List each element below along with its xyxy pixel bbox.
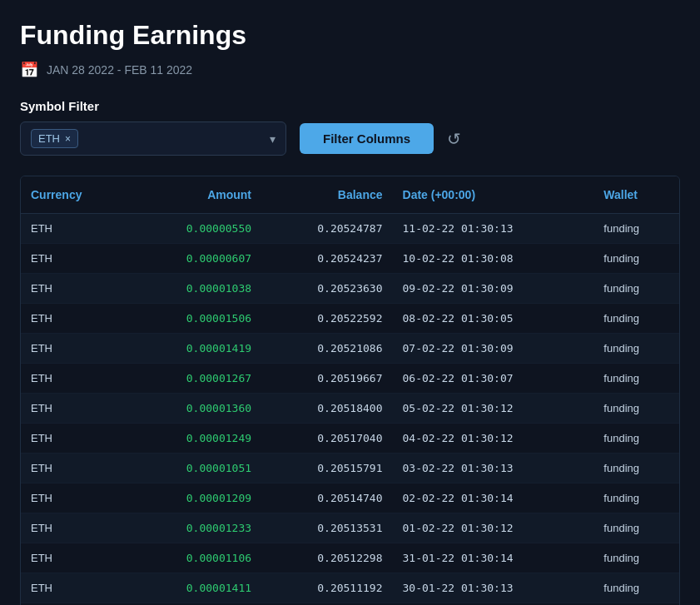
col-header-balance: Balance bbox=[261, 176, 392, 214]
table-cell: funding bbox=[593, 304, 679, 334]
table-cell: 0.00000550 bbox=[131, 214, 261, 244]
table-cell: 0.20514740 bbox=[261, 484, 392, 513]
symbol-tag-label: ETH bbox=[38, 132, 60, 145]
table-cell: 04-02-22 01:30:12 bbox=[393, 424, 594, 454]
table-row: ETH0.000012670.2051966706-02-22 01:30:07… bbox=[21, 364, 679, 394]
col-header-date: Date (+00:00) bbox=[393, 176, 594, 214]
table-row: ETH0.000012330.2051353101-02-22 01:30:12… bbox=[21, 513, 679, 543]
symbol-filter-label: Symbol Filter bbox=[20, 99, 680, 113]
table-row: ETH0.000014110.2051119230-01-22 01:30:13… bbox=[21, 573, 679, 603]
table-row: ETH0.000014190.2052108607-02-22 01:30:09… bbox=[21, 334, 679, 364]
table-row: ETH0.000012490.2051704004-02-22 01:30:12… bbox=[21, 424, 679, 454]
table-cell: 09-02-22 01:30:09 bbox=[393, 274, 594, 304]
date-range-row: 📅 JAN 28 2022 - FEB 11 2022 bbox=[20, 61, 680, 79]
table-cell: 0.20517040 bbox=[261, 424, 392, 454]
table-cell: 06-02-22 01:30:07 bbox=[393, 364, 594, 394]
table-cell: 0.20515791 bbox=[261, 454, 392, 484]
col-header-amount: Amount bbox=[131, 176, 261, 214]
table-cell: 11-02-22 01:30:13 bbox=[393, 214, 594, 244]
table-row: ETH0.000010510.2051579103-02-22 01:30:13… bbox=[21, 454, 679, 484]
table-cell: ETH bbox=[21, 334, 131, 364]
table-cell: 30-01-22 01:30:13 bbox=[393, 573, 594, 603]
data-table-container: Currency Amount Balance Date (+00:00) Wa… bbox=[20, 176, 680, 605]
table-cell: funding bbox=[593, 334, 679, 364]
table-cell: 0.20513531 bbox=[261, 513, 392, 543]
table-cell: 0.20524787 bbox=[261, 214, 392, 244]
table-cell: ETH bbox=[21, 364, 131, 394]
table-cell: funding bbox=[593, 543, 679, 573]
table-cell: 0.00001038 bbox=[131, 274, 261, 304]
table-cell: 0.00001411 bbox=[131, 573, 261, 603]
table-cell: funding bbox=[593, 454, 679, 484]
table-cell: ETH bbox=[21, 484, 131, 513]
page-title: Funding Earnings bbox=[20, 20, 680, 51]
table-cell: funding bbox=[593, 364, 679, 394]
table-cell: 0.00000607 bbox=[131, 244, 261, 274]
table-cell: funding bbox=[593, 244, 679, 274]
table-cell: 0.20511192 bbox=[261, 573, 392, 603]
table-cell: 0.00001360 bbox=[131, 394, 261, 424]
table-cell: 0.00001209 bbox=[131, 484, 261, 513]
funding-earnings-table: Currency Amount Balance Date (+00:00) Wa… bbox=[21, 176, 679, 605]
table-cell: funding bbox=[593, 274, 679, 304]
table-cell: ETH bbox=[21, 274, 131, 304]
table-cell: 0.00001249 bbox=[131, 424, 261, 454]
table-row: ETH0.000006070.2052423710-02-22 01:30:08… bbox=[21, 244, 679, 274]
table-cell: 0.00001051 bbox=[131, 454, 261, 484]
table-cell: funding bbox=[593, 484, 679, 513]
table-cell: 0.00001267 bbox=[131, 364, 261, 394]
table-cell: 0.20523630 bbox=[261, 274, 392, 304]
table-cell: 0.20518400 bbox=[261, 394, 392, 424]
table-cell: 0.20521086 bbox=[261, 334, 392, 364]
table-cell: funding bbox=[593, 214, 679, 244]
table-cell: 0.00001419 bbox=[131, 334, 261, 364]
chevron-down-icon[interactable]: ▾ bbox=[270, 132, 276, 146]
table-row: ETH0.000005500.2052478711-02-22 01:30:13… bbox=[21, 214, 679, 244]
col-header-wallet: Wallet bbox=[593, 176, 679, 214]
table-cell: 0.20522592 bbox=[261, 304, 392, 334]
col-header-currency: Currency bbox=[21, 176, 131, 214]
table-body: ETH0.000005500.2052478711-02-22 01:30:13… bbox=[21, 214, 679, 606]
table-cell: 0.20512298 bbox=[261, 543, 392, 573]
table-cell: funding bbox=[593, 573, 679, 603]
table-cell: ETH bbox=[21, 573, 131, 603]
table-row: ETH0.000015060.2052259208-02-22 01:30:05… bbox=[21, 304, 679, 334]
table-cell: ETH bbox=[21, 244, 131, 274]
date-range-text: JAN 28 2022 - FEB 11 2022 bbox=[47, 63, 192, 77]
table-cell: 0.20519667 bbox=[261, 364, 392, 394]
table-cell: 0.20524237 bbox=[261, 244, 392, 274]
calendar-icon: 📅 bbox=[20, 61, 38, 79]
table-cell: ETH bbox=[21, 454, 131, 484]
table-cell: ETH bbox=[21, 394, 131, 424]
table-cell: ETH bbox=[21, 304, 131, 334]
table-row: ETH0.000013600.2051840005-02-22 01:30:12… bbox=[21, 394, 679, 424]
table-cell: 08-02-22 01:30:05 bbox=[393, 304, 594, 334]
table-cell: funding bbox=[593, 513, 679, 543]
table-cell: 05-02-22 01:30:12 bbox=[393, 394, 594, 424]
symbol-tag-eth[interactable]: ETH × bbox=[31, 129, 78, 148]
table-cell: funding bbox=[593, 394, 679, 424]
table-row: ETH0.000010380.2052363009-02-22 01:30:09… bbox=[21, 274, 679, 304]
table-row: ETH0.000011060.2051229831-01-22 01:30:14… bbox=[21, 543, 679, 573]
table-cell: 10-02-22 01:30:08 bbox=[393, 244, 594, 274]
table-cell: 31-01-22 01:30:14 bbox=[393, 543, 594, 573]
table-row: ETH0.000012090.2051474002-02-22 01:30:14… bbox=[21, 484, 679, 513]
symbol-dropdown[interactable]: ETH × ▾ bbox=[20, 121, 286, 156]
table-cell: 0.00001233 bbox=[131, 513, 261, 543]
table-cell: 0.00001506 bbox=[131, 304, 261, 334]
filter-row: ETH × ▾ Filter Columns ↺ bbox=[20, 121, 680, 156]
table-cell: ETH bbox=[21, 214, 131, 244]
table-cell: ETH bbox=[21, 513, 131, 543]
table-cell: funding bbox=[593, 424, 679, 454]
symbol-tag-close[interactable]: × bbox=[65, 133, 71, 145]
table-cell: 02-02-22 01:30:14 bbox=[393, 484, 594, 513]
refresh-icon[interactable]: ↺ bbox=[447, 129, 461, 149]
table-cell: ETH bbox=[21, 424, 131, 454]
filter-columns-button[interactable]: Filter Columns bbox=[300, 123, 434, 154]
table-header-row: Currency Amount Balance Date (+00:00) Wa… bbox=[21, 176, 679, 214]
table-cell: ETH bbox=[21, 543, 131, 573]
table-cell: 07-02-22 01:30:09 bbox=[393, 334, 594, 364]
table-cell: 03-02-22 01:30:13 bbox=[393, 454, 594, 484]
table-cell: 01-02-22 01:30:12 bbox=[393, 513, 594, 543]
table-cell: 0.00001106 bbox=[131, 543, 261, 573]
